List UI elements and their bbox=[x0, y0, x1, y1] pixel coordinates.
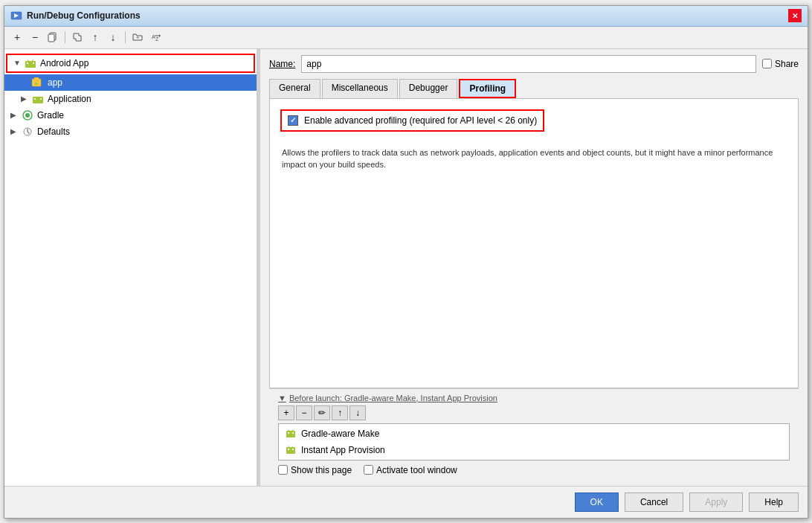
tree-item-app[interactable]: ▶ app bbox=[4, 74, 257, 91]
sort-up-button[interactable]: ↑ bbox=[87, 29, 103, 45]
svg-rect-30 bbox=[286, 447, 295, 454]
right-panel: Name: Share General Miscellaneous Debugg… bbox=[260, 49, 808, 486]
dialog-title: Run/Debug Configurations bbox=[27, 10, 141, 21]
arrow-icon bbox=[21, 78, 31, 86]
toolbar-separator-2 bbox=[125, 31, 126, 43]
before-launch-arrow: ▼ bbox=[278, 394, 286, 402]
svg-line-12 bbox=[28, 60, 29, 61]
defaults-icon bbox=[21, 126, 34, 138]
share-row: Share bbox=[762, 59, 799, 69]
svg-text:▶: ▶ bbox=[35, 81, 39, 86]
profiling-checkbox-container: ✓ Enable advanced profiling (required fo… bbox=[280, 109, 544, 132]
close-button[interactable]: ✕ bbox=[788, 9, 802, 22]
show-page-checkbox-item: Show this page bbox=[278, 465, 352, 475]
name-row: Name: Share bbox=[269, 55, 799, 73]
svg-line-24 bbox=[28, 132, 30, 134]
before-launch-text: Before launch: Gradle-aware Make, Instan… bbox=[289, 394, 497, 402]
apply-button[interactable]: Apply bbox=[689, 492, 743, 512]
android-app-icon bbox=[24, 57, 37, 69]
before-launch-toolbar: + − ✏ ↑ ↓ bbox=[278, 405, 790, 420]
bl-edit-button[interactable]: ✏ bbox=[314, 405, 330, 420]
title-bar-left: Run/Debug Configurations bbox=[10, 10, 141, 22]
tab-general[interactable]: General bbox=[269, 79, 320, 98]
svg-marker-8 bbox=[159, 34, 161, 37]
tab-debugger[interactable]: Debugger bbox=[399, 79, 458, 98]
svg-rect-31 bbox=[288, 449, 289, 450]
main-content: ▼ Android App bbox=[4, 49, 808, 486]
activate-tool-checkbox-item: Activate tool window bbox=[364, 465, 457, 475]
bl-up-button[interactable]: ↑ bbox=[332, 405, 348, 420]
arrow-icon: ▼ bbox=[13, 59, 24, 67]
left-panel: ▼ Android App bbox=[4, 49, 257, 486]
svg-rect-15 bbox=[34, 77, 39, 80]
tabs: General Miscellaneous Debugger Profiling bbox=[269, 79, 799, 99]
move-into-button[interactable] bbox=[69, 29, 86, 45]
svg-rect-32 bbox=[292, 449, 294, 450]
sort-down-button[interactable]: ↓ bbox=[105, 29, 121, 45]
gradle-icon bbox=[21, 109, 34, 121]
profiling-description: Allows the profilers to track data such … bbox=[282, 147, 787, 171]
svg-rect-11 bbox=[33, 62, 34, 64]
activate-tool-checkbox[interactable] bbox=[364, 465, 373, 475]
name-input[interactable] bbox=[301, 55, 756, 73]
svg-line-29 bbox=[292, 429, 294, 431]
footer-checkboxes: Show this page Activate tool window bbox=[278, 465, 790, 475]
tree-item-label: Gradle bbox=[37, 110, 64, 121]
ok-button[interactable]: OK bbox=[575, 492, 619, 512]
sort-alphabetically-button[interactable]: AZ bbox=[147, 29, 164, 45]
show-page-checkbox[interactable] bbox=[278, 465, 288, 475]
tree-item-android-app[interactable]: ▼ Android App bbox=[6, 54, 255, 73]
tree-item-application[interactable]: ▶ Application bbox=[4, 91, 257, 107]
svg-text:+: + bbox=[136, 34, 140, 41]
cancel-button[interactable]: Cancel bbox=[625, 492, 683, 512]
add-configuration-button[interactable]: + bbox=[9, 29, 25, 45]
svg-rect-3 bbox=[48, 34, 54, 42]
name-label: Name: bbox=[269, 59, 295, 69]
arrow-icon: ▶ bbox=[10, 127, 21, 135]
bl-remove-button[interactable]: − bbox=[296, 405, 312, 420]
share-checkbox[interactable] bbox=[762, 59, 772, 68]
svg-line-28 bbox=[289, 429, 290, 431]
tree-item-defaults[interactable]: ▶ Defaults bbox=[4, 123, 257, 140]
create-folder-button[interactable]: + bbox=[129, 29, 146, 45]
tab-content-profiling: ✓ Enable advanced profiling (required fo… bbox=[269, 99, 799, 388]
share-label: Share bbox=[775, 59, 799, 69]
tree-item-label: Android App bbox=[40, 58, 88, 68]
svg-rect-10 bbox=[27, 62, 28, 64]
bl-item-label: Gradle-aware Make bbox=[301, 429, 379, 439]
toolbar: + − ↑ ↓ + AZ bbox=[4, 27, 808, 49]
svg-line-33 bbox=[289, 446, 290, 447]
tree-item-label: app bbox=[48, 77, 62, 88]
bl-add-button[interactable]: + bbox=[278, 405, 294, 420]
arrow-icon: ▶ bbox=[10, 111, 21, 119]
help-button[interactable]: Help bbox=[749, 492, 799, 512]
advanced-profiling-checkbox[interactable]: ✓ bbox=[288, 115, 298, 126]
toolbar-separator-1 bbox=[65, 31, 65, 43]
show-page-label: Show this page bbox=[291, 465, 352, 475]
svg-rect-27 bbox=[292, 432, 294, 434]
remove-configuration-button[interactable]: − bbox=[27, 29, 43, 45]
title-bar: Run/Debug Configurations ✕ bbox=[4, 6, 808, 27]
tree-item-label: Defaults bbox=[37, 126, 70, 137]
copy-configuration-button[interactable] bbox=[45, 29, 61, 45]
before-launch-list: Gradle-aware Make Instant bbox=[278, 423, 790, 461]
svg-rect-17 bbox=[33, 97, 43, 103]
svg-rect-18 bbox=[34, 98, 36, 100]
tab-profiling[interactable]: Profiling bbox=[459, 79, 516, 98]
svg-line-34 bbox=[292, 446, 294, 447]
checkbox-check-icon: ✓ bbox=[290, 116, 296, 124]
bl-item-gradle-make[interactable]: Gradle-aware Make bbox=[280, 426, 787, 442]
before-launch-label[interactable]: ▼ Before launch: Gradle-aware Make, Inst… bbox=[278, 394, 790, 402]
tab-miscellaneous[interactable]: Miscellaneous bbox=[322, 79, 398, 98]
tree-item-label: Application bbox=[48, 94, 91, 104]
before-launch-section: ▼ Before launch: Gradle-aware Make, Inst… bbox=[269, 388, 799, 480]
profiling-option-row: ✓ Enable advanced profiling (required fo… bbox=[280, 109, 787, 139]
svg-rect-9 bbox=[25, 61, 36, 68]
tree-item-gradle[interactable]: ▶ Gradle bbox=[4, 107, 257, 123]
run-debug-dialog: Run/Debug Configurations ✕ + − ↑ ↓ + AZ … bbox=[4, 5, 808, 519]
bl-item-instant-app[interactable]: Instant App Provision bbox=[280, 442, 787, 458]
bl-item-label: Instant App Provision bbox=[301, 445, 385, 455]
application-icon bbox=[31, 93, 45, 105]
bl-down-button[interactable]: ↓ bbox=[349, 405, 366, 420]
app-icon: ▶ bbox=[31, 77, 45, 89]
